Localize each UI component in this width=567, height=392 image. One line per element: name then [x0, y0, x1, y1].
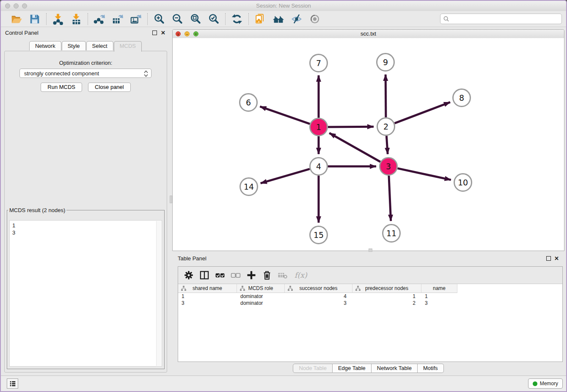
graph-edge-2-8[interactable]: [395, 102, 450, 123]
graph-edge-2-9[interactable]: [385, 75, 386, 117]
export-image-icon[interactable]: [130, 13, 142, 25]
tab-network[interactable]: Network: [29, 41, 61, 50]
zoom-in-icon[interactable]: [153, 13, 165, 25]
graph-node-6[interactable]: 6: [240, 94, 257, 111]
graph-node-10[interactable]: 10: [454, 174, 472, 191]
float-panel-icon[interactable]: [152, 30, 157, 35]
graph-node-8[interactable]: 8: [453, 89, 471, 107]
zoom-out-icon[interactable]: [171, 13, 183, 25]
network-canvas[interactable]: 7968124314101511: [173, 38, 564, 251]
column-label: shared name: [193, 285, 222, 291]
table-cell: 1: [178, 293, 237, 299]
memory-status-icon: [533, 381, 537, 386]
control-panel: Control Panel ✕ NetworkStyleSelectMCDS O…: [1, 27, 171, 376]
close-window-icon[interactable]: [5, 3, 10, 8]
table-cell: 2: [352, 300, 421, 306]
tab-motifs[interactable]: Motifs: [418, 364, 444, 373]
graphics-details-icon[interactable]: [291, 13, 303, 25]
mcds-result-scrollbar[interactable]: [156, 221, 161, 366]
graph-node-9[interactable]: 9: [377, 54, 394, 71]
clone-network-icon[interactable]: [254, 13, 266, 25]
network-close-icon[interactable]: x: [176, 31, 181, 36]
table-cell: dominator: [237, 300, 285, 306]
add-icon[interactable]: [246, 270, 257, 281]
right-column: x – + scc.txt 7968124314101511 Table Pan…: [172, 27, 565, 376]
table-tabs: Node TableEdge TableNetwork TableMotifs: [172, 364, 564, 373]
tab-select[interactable]: Select: [86, 41, 113, 50]
export-network-icon[interactable]: [94, 13, 105, 25]
table-panel: Table Panel ✕ f(x) shared nameMCDS roles…: [172, 253, 564, 376]
svg-text:1: 1: [316, 122, 321, 132]
graph-edge-3-10[interactable]: [398, 168, 451, 180]
table-close-panel-icon[interactable]: ✕: [554, 256, 559, 261]
table-row[interactable]: 1dominator411: [178, 293, 562, 300]
tab-edge-table[interactable]: Edge Table: [333, 364, 372, 373]
export-table-icon[interactable]: [112, 13, 124, 25]
run-mcds-button[interactable]: Run MCDS: [41, 83, 82, 92]
graph-edge-3-11[interactable]: [389, 176, 391, 221]
network-window: x – + scc.txt 7968124314101511: [172, 29, 564, 251]
maximize-window-icon[interactable]: [22, 3, 27, 8]
search-input[interactable]: [451, 15, 559, 22]
graph-node-15[interactable]: 15: [310, 226, 328, 244]
open-session-icon[interactable]: [11, 13, 22, 25]
control-panel-tabs: NetworkStyleSelectMCDS: [1, 41, 171, 52]
tab-network-table[interactable]: Network Table: [372, 364, 418, 373]
import-network-icon[interactable]: [52, 13, 64, 25]
column-tree-icon: [355, 286, 361, 291]
table-float-panel-icon[interactable]: [546, 256, 551, 261]
table-cell: 3: [421, 300, 457, 306]
graph-node-3[interactable]: 3: [380, 158, 397, 175]
list-icon: [9, 380, 17, 387]
zoom-selected-icon[interactable]: [208, 13, 220, 25]
tab-node-table[interactable]: Node Table: [293, 364, 333, 373]
column-header-name[interactable]: name: [421, 284, 457, 293]
apply-layout-icon[interactable]: [231, 13, 243, 25]
graph-node-11[interactable]: 11: [383, 225, 400, 242]
network-maximize-icon[interactable]: +: [193, 31, 198, 36]
column-tree-icon: [181, 286, 186, 291]
graph-node-2[interactable]: 2: [377, 118, 395, 135]
tab-mcds[interactable]: MCDS: [114, 41, 142, 52]
vertical-splitter-handle[interactable]: [170, 196, 172, 203]
graph-edge-1-6[interactable]: [260, 107, 310, 124]
table-cell: 3: [285, 300, 352, 306]
columns-icon[interactable]: [199, 270, 210, 281]
graph-node-14[interactable]: 14: [240, 178, 258, 196]
graph-edge-2-3[interactable]: [386, 136, 388, 154]
memory-button[interactable]: Memory: [528, 378, 563, 389]
graph-edge-1-2[interactable]: [328, 127, 374, 127]
graph-edge-3-1[interactable]: [329, 133, 380, 162]
task-history-button[interactable]: [7, 378, 18, 389]
close-panel-button[interactable]: Close panel: [88, 83, 131, 92]
column-header-predecessor-nodes[interactable]: predecessor nodes: [352, 284, 421, 293]
tab-style[interactable]: Style: [62, 41, 86, 50]
select-all-columns-icon[interactable]: [215, 270, 226, 281]
table-panel-title: Table Panel: [178, 255, 206, 262]
minimize-window-icon[interactable]: [14, 3, 19, 8]
horizontal-splitter-handle[interactable]: [369, 248, 372, 252]
close-panel-icon[interactable]: ✕: [161, 30, 165, 36]
birds-eye-icon[interactable]: [309, 13, 321, 25]
column-header-MCDS-role[interactable]: MCDS role: [237, 284, 285, 293]
clear-all-columns-icon[interactable]: [230, 270, 241, 281]
gear-icon[interactable]: [183, 270, 194, 281]
trash-icon[interactable]: [261, 270, 272, 281]
graph-node-7[interactable]: 7: [310, 55, 328, 72]
search-box[interactable]: [440, 14, 562, 24]
table-row[interactable]: 3dominator323: [178, 300, 562, 306]
home-icon[interactable]: [272, 13, 284, 25]
table-cell: dominator: [237, 293, 285, 299]
window-title: Session: New Session: [1, 1, 566, 11]
column-header-successor-nodes[interactable]: successor nodes: [285, 284, 352, 293]
column-tree-icon: [288, 286, 293, 291]
network-minimize-icon[interactable]: –: [184, 31, 190, 36]
graph-edge-4-14[interactable]: [261, 169, 310, 183]
column-header-shared-name[interactable]: shared name: [178, 284, 237, 293]
zoom-fit-icon[interactable]: [190, 13, 201, 25]
save-session-icon[interactable]: [29, 13, 41, 25]
graph-node-1[interactable]: 1: [310, 119, 328, 136]
import-table-icon[interactable]: [70, 13, 82, 25]
criterion-select[interactable]: strongly connected component: [19, 69, 151, 78]
graph-node-4[interactable]: 4: [310, 158, 328, 175]
